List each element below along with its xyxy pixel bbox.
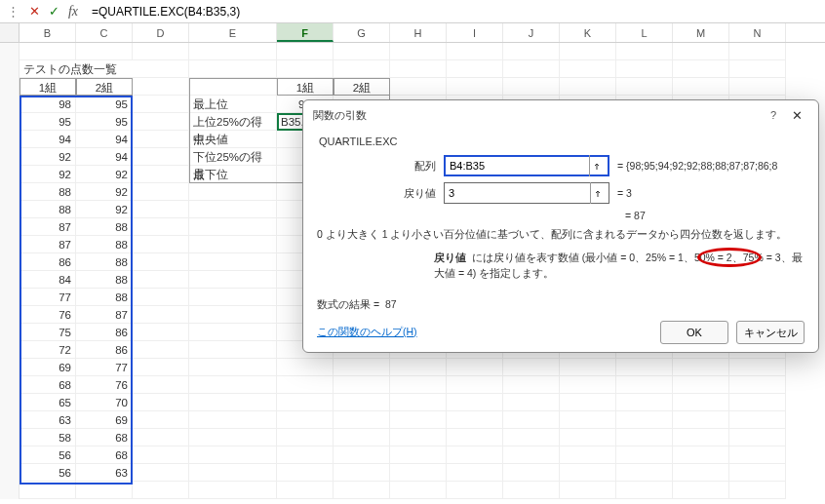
cell[interactable]	[133, 236, 189, 253]
column-header-E[interactable]: E	[189, 23, 277, 42]
cell[interactable]: 中央値	[189, 131, 277, 148]
cell[interactable]	[133, 411, 189, 429]
cell[interactable]	[133, 43, 189, 60]
cell[interactable]	[277, 394, 334, 411]
cell[interactable]: 98	[20, 96, 76, 113]
cell[interactable]: 2組	[76, 78, 133, 96]
cell[interactable]: 92	[76, 166, 133, 183]
cell[interactable]: 69	[20, 359, 76, 376]
cell[interactable]	[390, 464, 447, 482]
cell[interactable]: 上位25%の得点	[189, 113, 277, 131]
cell[interactable]	[673, 376, 729, 394]
cell[interactable]	[133, 148, 189, 166]
cell[interactable]	[616, 394, 673, 411]
help-icon[interactable]: ?	[762, 109, 785, 121]
cell[interactable]	[447, 411, 503, 429]
cell[interactable]	[616, 446, 673, 464]
collapse-icon[interactable]	[589, 155, 604, 176]
cell[interactable]	[673, 359, 729, 376]
column-header-H[interactable]: H	[390, 23, 447, 42]
cell[interactable]: 70	[76, 394, 133, 411]
cell[interactable]	[447, 60, 503, 78]
cell[interactable]	[76, 43, 133, 60]
cell[interactable]	[616, 464, 673, 482]
cell[interactable]	[673, 411, 729, 429]
cell[interactable]	[133, 131, 189, 148]
column-header-B[interactable]: B	[20, 23, 76, 42]
cell[interactable]: 77	[20, 289, 76, 306]
cell[interactable]	[729, 411, 786, 429]
cell[interactable]: 2組	[334, 78, 390, 96]
cell[interactable]: 56	[20, 446, 76, 464]
column-header-J[interactable]: J	[503, 23, 560, 42]
cell[interactable]	[447, 359, 503, 376]
cell[interactable]	[447, 376, 503, 394]
cell[interactable]: 88	[76, 218, 133, 236]
cell[interactable]: 75	[20, 324, 76, 341]
cell[interactable]	[729, 376, 786, 394]
cell[interactable]	[133, 376, 189, 394]
cell[interactable]	[447, 78, 503, 96]
more-icon[interactable]: ⋮	[4, 3, 21, 20]
column-header-M[interactable]: M	[673, 23, 729, 42]
cell[interactable]	[390, 429, 447, 446]
cell[interactable]	[189, 289, 277, 306]
cell[interactable]: 88	[76, 271, 133, 289]
cell[interactable]: 68	[76, 446, 133, 464]
fx-icon[interactable]: fx	[64, 3, 82, 20]
cell[interactable]	[189, 446, 277, 464]
cell[interactable]	[447, 482, 503, 499]
cell[interactable]	[334, 394, 390, 411]
cell[interactable]	[673, 60, 729, 78]
column-header-G[interactable]: G	[334, 23, 390, 42]
formula-input[interactable]	[88, 3, 825, 20]
cell[interactable]	[390, 78, 447, 96]
cell[interactable]: 77	[76, 359, 133, 376]
cell[interactable]	[189, 411, 277, 429]
cell[interactable]: 95	[20, 113, 76, 131]
arg1-input[interactable]	[450, 160, 589, 172]
cell[interactable]: 92	[76, 201, 133, 218]
cell[interactable]	[189, 341, 277, 359]
cell[interactable]	[503, 429, 560, 446]
cell[interactable]	[189, 429, 277, 446]
cell[interactable]	[447, 394, 503, 411]
cell[interactable]: 86	[76, 341, 133, 359]
cell[interactable]	[133, 271, 189, 289]
cell[interactable]	[133, 113, 189, 131]
cell[interactable]	[560, 78, 616, 96]
cell[interactable]	[189, 60, 277, 78]
cell[interactable]	[277, 482, 334, 499]
cell[interactable]	[277, 446, 334, 464]
cell[interactable]	[560, 60, 616, 78]
cell[interactable]: 87	[20, 218, 76, 236]
cell[interactable]	[277, 376, 334, 394]
cell[interactable]	[133, 78, 189, 96]
cell[interactable]	[20, 43, 76, 60]
cell[interactable]: 58	[20, 429, 76, 446]
cell[interactable]: 76	[20, 306, 76, 324]
cell[interactable]	[673, 43, 729, 60]
cell[interactable]	[133, 289, 189, 306]
cell[interactable]: 88	[20, 201, 76, 218]
cell[interactable]	[729, 429, 786, 446]
cell[interactable]	[503, 411, 560, 429]
column-header-I[interactable]: I	[447, 23, 503, 42]
cell[interactable]	[503, 376, 560, 394]
cell[interactable]: 56	[20, 464, 76, 482]
cell[interactable]	[133, 341, 189, 359]
cell[interactable]	[560, 376, 616, 394]
cell[interactable]	[729, 78, 786, 96]
cell[interactable]	[133, 429, 189, 446]
cell[interactable]: 88	[76, 253, 133, 271]
cell[interactable]	[133, 183, 189, 201]
column-header-F[interactable]: F	[277, 23, 334, 42]
close-icon[interactable]: ✕	[785, 108, 808, 123]
cell[interactable]	[447, 429, 503, 446]
cell[interactable]	[189, 43, 277, 60]
cell[interactable]	[503, 394, 560, 411]
cell[interactable]	[390, 60, 447, 78]
cell[interactable]	[334, 376, 390, 394]
cell[interactable]	[390, 394, 447, 411]
cell[interactable]	[277, 43, 334, 60]
